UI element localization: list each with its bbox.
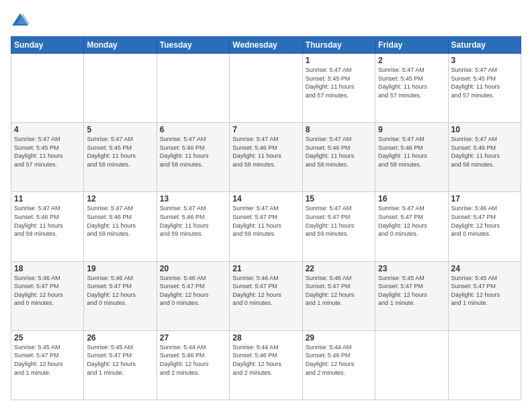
day-header-thursday: Thursday [302, 37, 375, 54]
calendar-cell: 23Sunrise: 5:45 AM Sunset: 5:47 PM Dayli… [375, 261, 448, 330]
day-number: 12 [87, 194, 153, 203]
day-header-sunday: Sunday [11, 37, 84, 54]
day-number: 10 [451, 125, 518, 134]
page: SundayMondayTuesdayWednesdayThursdayFrid… [0, 0, 532, 411]
day-info: Sunrise: 5:46 AM Sunset: 5:47 PM Dayligh… [232, 274, 299, 308]
calendar-table: SundayMondayTuesdayWednesdayThursdayFrid… [11, 36, 521, 400]
day-info: Sunrise: 5:47 AM Sunset: 5:47 PM Dayligh… [232, 204, 299, 238]
day-info: Sunrise: 5:47 AM Sunset: 5:45 PM Dayligh… [306, 66, 372, 99]
week-row-2: 4Sunrise: 5:47 AM Sunset: 5:45 PM Daylig… [11, 123, 521, 192]
calendar-cell: 24Sunrise: 5:45 AM Sunset: 5:47 PM Dayli… [448, 261, 521, 330]
calendar-header-row: SundayMondayTuesdayWednesdayThursdayFrid… [11, 37, 521, 54]
week-row-3: 11Sunrise: 5:47 AM Sunset: 5:46 PM Dayli… [11, 192, 521, 261]
day-number: 25 [14, 333, 81, 342]
calendar-cell: 5Sunrise: 5:47 AM Sunset: 5:45 PM Daylig… [84, 123, 157, 192]
calendar-cell: 9Sunrise: 5:47 AM Sunset: 5:46 PM Daylig… [375, 123, 448, 192]
calendar-cell: 8Sunrise: 5:47 AM Sunset: 5:46 PM Daylig… [302, 123, 375, 192]
day-number: 8 [306, 125, 372, 134]
week-row-1: 1Sunrise: 5:47 AM Sunset: 5:45 PM Daylig… [11, 54, 521, 123]
calendar-cell: 15Sunrise: 5:47 AM Sunset: 5:47 PM Dayli… [302, 192, 375, 261]
calendar-cell: 26Sunrise: 5:45 AM Sunset: 5:47 PM Dayli… [84, 330, 157, 400]
day-info: Sunrise: 5:47 AM Sunset: 5:47 PM Dayligh… [378, 204, 445, 238]
day-number: 2 [378, 56, 445, 65]
day-number: 1 [306, 56, 372, 65]
calendar-cell [448, 330, 521, 400]
day-header-tuesday: Tuesday [157, 37, 229, 54]
day-number: 14 [232, 194, 299, 203]
day-info: Sunrise: 5:47 AM Sunset: 5:46 PM Dayligh… [87, 204, 153, 238]
day-info: Sunrise: 5:44 AM Sunset: 5:46 PM Dayligh… [160, 343, 226, 377]
calendar-cell: 2Sunrise: 5:47 AM Sunset: 5:45 PM Daylig… [375, 54, 448, 123]
day-number: 29 [306, 333, 372, 342]
calendar-cell: 18Sunrise: 5:46 AM Sunset: 5:47 PM Dayli… [11, 261, 84, 330]
calendar-cell [157, 54, 229, 123]
day-number: 16 [378, 194, 445, 203]
calendar-cell [11, 54, 84, 123]
day-info: Sunrise: 5:45 AM Sunset: 5:47 PM Dayligh… [451, 274, 518, 308]
logo-icon [11, 11, 30, 30]
calendar-cell: 20Sunrise: 5:46 AM Sunset: 5:47 PM Dayli… [157, 261, 229, 330]
day-info: Sunrise: 5:45 AM Sunset: 5:47 PM Dayligh… [87, 343, 153, 377]
day-number: 7 [232, 125, 299, 134]
week-row-5: 25Sunrise: 5:45 AM Sunset: 5:47 PM Dayli… [11, 330, 521, 400]
day-info: Sunrise: 5:46 AM Sunset: 5:47 PM Dayligh… [14, 274, 81, 308]
day-header-friday: Friday [375, 37, 448, 54]
day-header-saturday: Saturday [448, 37, 521, 54]
logo [11, 11, 32, 30]
calendar-cell: 14Sunrise: 5:47 AM Sunset: 5:47 PM Dayli… [230, 192, 302, 261]
calendar-cell: 27Sunrise: 5:44 AM Sunset: 5:46 PM Dayli… [157, 330, 229, 400]
day-info: Sunrise: 5:46 AM Sunset: 5:47 PM Dayligh… [451, 204, 518, 238]
day-info: Sunrise: 5:47 AM Sunset: 5:46 PM Dayligh… [306, 135, 372, 169]
day-info: Sunrise: 5:44 AM Sunset: 5:46 PM Dayligh… [306, 343, 372, 377]
calendar-cell [375, 330, 448, 400]
day-number: 4 [14, 125, 81, 134]
calendar-cell: 29Sunrise: 5:44 AM Sunset: 5:46 PM Dayli… [302, 330, 375, 400]
day-info: Sunrise: 5:46 AM Sunset: 5:47 PM Dayligh… [160, 274, 226, 308]
calendar-cell: 16Sunrise: 5:47 AM Sunset: 5:47 PM Dayli… [375, 192, 448, 261]
day-number: 18 [14, 264, 81, 273]
calendar-cell: 13Sunrise: 5:47 AM Sunset: 5:46 PM Dayli… [157, 192, 229, 261]
calendar-cell: 17Sunrise: 5:46 AM Sunset: 5:47 PM Dayli… [448, 192, 521, 261]
day-number: 20 [160, 264, 226, 273]
calendar-cell: 21Sunrise: 5:46 AM Sunset: 5:47 PM Dayli… [230, 261, 302, 330]
day-info: Sunrise: 5:47 AM Sunset: 5:47 PM Dayligh… [306, 204, 372, 238]
day-number: 17 [451, 194, 518, 203]
calendar-cell: 28Sunrise: 5:44 AM Sunset: 5:46 PM Dayli… [230, 330, 302, 400]
week-row-4: 18Sunrise: 5:46 AM Sunset: 5:47 PM Dayli… [11, 261, 521, 330]
day-number: 27 [160, 333, 226, 342]
day-number: 28 [232, 333, 299, 342]
day-number: 5 [87, 125, 153, 134]
calendar-cell [84, 54, 157, 123]
calendar-cell: 10Sunrise: 5:47 AM Sunset: 5:46 PM Dayli… [448, 123, 521, 192]
day-info: Sunrise: 5:46 AM Sunset: 5:47 PM Dayligh… [306, 274, 372, 308]
calendar-cell: 4Sunrise: 5:47 AM Sunset: 5:45 PM Daylig… [11, 123, 84, 192]
day-number: 3 [451, 56, 518, 65]
calendar-cell: 19Sunrise: 5:46 AM Sunset: 5:47 PM Dayli… [84, 261, 157, 330]
day-number: 26 [87, 333, 153, 342]
day-info: Sunrise: 5:47 AM Sunset: 5:45 PM Dayligh… [87, 135, 153, 169]
day-header-monday: Monday [84, 37, 157, 54]
day-number: 9 [378, 125, 445, 134]
day-info: Sunrise: 5:44 AM Sunset: 5:46 PM Dayligh… [232, 343, 299, 377]
calendar-cell: 3Sunrise: 5:47 AM Sunset: 5:45 PM Daylig… [448, 54, 521, 123]
day-number: 13 [160, 194, 226, 203]
day-number: 15 [306, 194, 372, 203]
calendar-cell: 1Sunrise: 5:47 AM Sunset: 5:45 PM Daylig… [302, 54, 375, 123]
day-info: Sunrise: 5:47 AM Sunset: 5:45 PM Dayligh… [451, 66, 518, 99]
day-number: 11 [14, 194, 81, 203]
day-info: Sunrise: 5:47 AM Sunset: 5:45 PM Dayligh… [378, 66, 445, 99]
calendar-cell: 22Sunrise: 5:46 AM Sunset: 5:47 PM Dayli… [302, 261, 375, 330]
calendar-cell [230, 54, 302, 123]
calendar-cell: 6Sunrise: 5:47 AM Sunset: 5:46 PM Daylig… [157, 123, 229, 192]
calendar-cell: 12Sunrise: 5:47 AM Sunset: 5:46 PM Dayli… [84, 192, 157, 261]
day-number: 24 [451, 264, 518, 273]
day-info: Sunrise: 5:47 AM Sunset: 5:46 PM Dayligh… [160, 204, 226, 238]
day-info: Sunrise: 5:47 AM Sunset: 5:46 PM Dayligh… [378, 135, 445, 169]
day-info: Sunrise: 5:47 AM Sunset: 5:45 PM Dayligh… [14, 135, 81, 169]
day-number: 21 [232, 264, 299, 273]
day-number: 22 [306, 264, 372, 273]
day-info: Sunrise: 5:47 AM Sunset: 5:46 PM Dayligh… [451, 135, 518, 169]
day-info: Sunrise: 5:47 AM Sunset: 5:46 PM Dayligh… [14, 204, 81, 238]
day-info: Sunrise: 5:47 AM Sunset: 5:46 PM Dayligh… [232, 135, 299, 169]
day-number: 23 [378, 264, 445, 273]
